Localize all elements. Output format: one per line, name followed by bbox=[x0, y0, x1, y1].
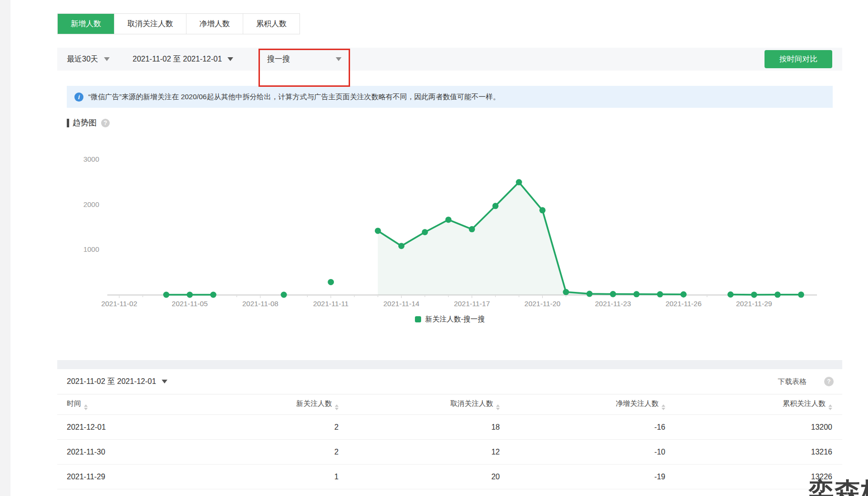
time-range-label: 最近30天 bbox=[67, 54, 98, 64]
column-header-累积关注人数[interactable]: 累积关注人数 bbox=[665, 399, 832, 410]
svg-text:2021-11-08: 2021-11-08 bbox=[242, 300, 279, 308]
sort-icon[interactable] bbox=[661, 404, 665, 410]
column-header-label: 累积关注人数 bbox=[783, 399, 826, 407]
column-header-时间[interactable]: 时间 bbox=[67, 399, 176, 410]
channel-label: 搜一搜 bbox=[267, 54, 290, 64]
svg-text:2021-11-14: 2021-11-14 bbox=[383, 300, 420, 308]
legend-label: 新关注人数-搜一搜 bbox=[425, 315, 485, 324]
sort-icon[interactable] bbox=[828, 404, 832, 410]
cell-value: -10 bbox=[500, 448, 665, 456]
cell-value: 12 bbox=[339, 448, 500, 456]
tab-净增人数[interactable]: 净增人数 bbox=[186, 14, 243, 34]
compare-by-time-button[interactable]: 按时间对比 bbox=[765, 50, 832, 68]
help-icon[interactable]: ? bbox=[824, 377, 834, 386]
date-range-label: 2021-11-02 至 2021-12-01 bbox=[133, 54, 222, 64]
download-table-link[interactable]: 下载表格 bbox=[778, 377, 806, 386]
channel-select[interactable]: 搜一搜 bbox=[267, 48, 341, 71]
svg-text:3000: 3000 bbox=[83, 155, 99, 163]
svg-text:2021-11-23: 2021-11-23 bbox=[595, 300, 631, 308]
chevron-down-icon bbox=[162, 380, 167, 383]
data-table-section: 2021-11-02 至 2021-12-01 下载表格 ? 时间新关注人数取消… bbox=[57, 369, 842, 489]
legend-color-swatch bbox=[415, 316, 421, 322]
cell-date: 2021-11-29 bbox=[67, 473, 176, 481]
cell-value: -16 bbox=[500, 423, 665, 432]
column-header-label: 新关注人数 bbox=[296, 399, 332, 407]
cell-value: 13226 bbox=[665, 473, 832, 481]
filter-bar: 最近30天 2021-11-02 至 2021-12-01 搜一搜 按时间对比 bbox=[57, 48, 842, 71]
metric-tab-bar: 新增人数取消关注人数净增人数累积人数 bbox=[57, 13, 300, 34]
chevron-down-icon bbox=[227, 57, 233, 61]
trend-title: 趋势图 bbox=[72, 117, 97, 128]
table-header-row: 时间新关注人数取消关注人数净增关注人数累积关注人数 bbox=[57, 394, 842, 415]
sort-icon[interactable] bbox=[84, 404, 88, 410]
date-range-select[interactable]: 2021-11-02 至 2021-12-01 bbox=[133, 48, 233, 71]
trend-line-chart: 1000200030002021-11-022021-11-052021-11-… bbox=[57, 129, 842, 320]
table-date-range-select[interactable]: 2021-11-02 至 2021-12-01 bbox=[67, 369, 167, 394]
watermark: 奕森格 bbox=[808, 475, 868, 496]
column-header-label: 取消关注人数 bbox=[450, 399, 493, 407]
column-header-净增关注人数[interactable]: 净增关注人数 bbox=[500, 399, 665, 410]
svg-text:2021-11-17: 2021-11-17 bbox=[454, 300, 490, 308]
cell-value: -19 bbox=[500, 473, 665, 481]
svg-text:2021-11-29: 2021-11-29 bbox=[736, 300, 772, 308]
notice-text: “微信广告”来源的新增关注在 2020/06起从其他中拆分给出，计算方式与广告主… bbox=[88, 93, 500, 102]
chevron-down-icon bbox=[104, 57, 110, 61]
column-header-label: 净增关注人数 bbox=[616, 399, 659, 407]
tab-累积人数[interactable]: 累积人数 bbox=[243, 14, 300, 34]
cell-date: 2021-11-30 bbox=[67, 448, 176, 456]
tab-取消关注人数[interactable]: 取消关注人数 bbox=[114, 14, 186, 34]
time-range-select[interactable]: 最近30天 bbox=[67, 48, 110, 71]
cell-value: 20 bbox=[339, 473, 500, 481]
trend-section-header: 趋势图 ? bbox=[67, 117, 110, 128]
cell-date: 2021-12-01 bbox=[67, 423, 176, 432]
section-title-bar bbox=[67, 119, 69, 127]
help-icon[interactable]: ? bbox=[101, 119, 110, 127]
table-row: 2021-12-01218-1613200 bbox=[57, 415, 842, 440]
table-toolbar: 2021-11-02 至 2021-12-01 下载表格 ? bbox=[57, 369, 842, 394]
column-header-label: 时间 bbox=[67, 399, 81, 407]
column-header-新关注人数[interactable]: 新关注人数 bbox=[176, 399, 339, 410]
svg-text:2021-11-11: 2021-11-11 bbox=[313, 300, 349, 308]
cell-value: 13200 bbox=[665, 423, 832, 432]
section-divider bbox=[57, 360, 842, 369]
table-row: 2021-11-29120-1913226 bbox=[57, 465, 842, 489]
page: 新增人数取消关注人数净增人数累积人数 最近30天 2021-11-02 至 20… bbox=[0, 0, 868, 496]
cell-value: 1 bbox=[176, 473, 339, 481]
svg-text:2021-11-26: 2021-11-26 bbox=[665, 300, 702, 308]
sort-icon[interactable] bbox=[496, 404, 500, 410]
chart-legend[interactable]: 新关注人数-搜一搜 bbox=[57, 315, 842, 324]
table-date-range-label: 2021-11-02 至 2021-12-01 bbox=[67, 377, 156, 387]
left-margin-strip bbox=[0, 0, 10, 496]
chevron-down-icon bbox=[336, 57, 341, 61]
svg-text:2021-11-02: 2021-11-02 bbox=[101, 300, 137, 308]
tab-新增人数[interactable]: 新增人数 bbox=[58, 14, 114, 34]
table-row: 2021-11-30212-1013216 bbox=[57, 440, 842, 465]
column-header-取消关注人数[interactable]: 取消关注人数 bbox=[339, 399, 500, 410]
cell-value: 2 bbox=[176, 423, 339, 432]
svg-text:2021-11-05: 2021-11-05 bbox=[172, 300, 208, 308]
notice-banner: i “微信广告”来源的新增关注在 2020/06起从其他中拆分给出，计算方式与广… bbox=[67, 86, 833, 108]
cell-value: 13216 bbox=[665, 448, 832, 456]
cell-value: 2 bbox=[176, 448, 339, 456]
info-icon: i bbox=[74, 93, 83, 102]
sort-icon[interactable] bbox=[335, 404, 339, 410]
svg-text:2021-11-20: 2021-11-20 bbox=[525, 300, 561, 308]
svg-text:1000: 1000 bbox=[83, 245, 99, 253]
cell-value: 18 bbox=[339, 423, 500, 432]
table-body: 2021-12-01218-16132002021-11-30212-10132… bbox=[57, 415, 842, 489]
svg-text:2000: 2000 bbox=[83, 200, 99, 208]
